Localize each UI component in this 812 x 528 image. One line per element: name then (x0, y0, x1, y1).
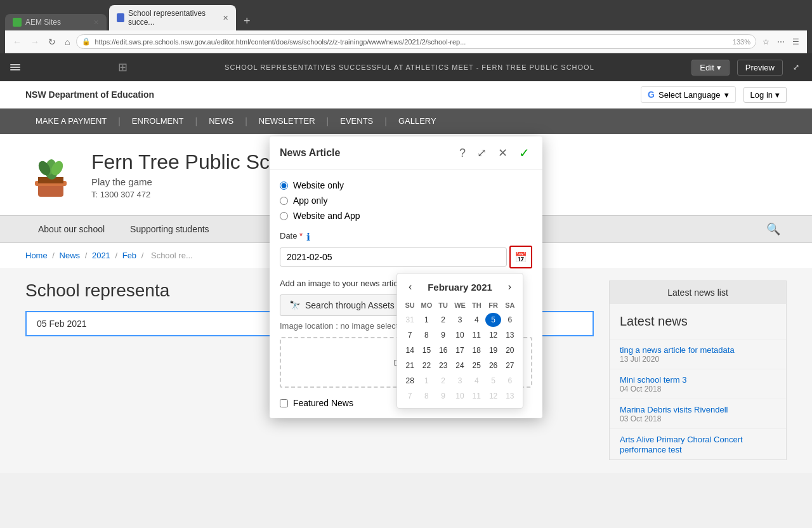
sidebar-toggle[interactable] (10, 62, 20, 72)
cal-day[interactable]: 2 (436, 374, 451, 388)
extensions-button[interactable]: ⋯ (775, 36, 787, 48)
cal-day[interactable]: 11 (469, 389, 484, 403)
cal-day[interactable]: 24 (452, 359, 468, 373)
cal-day-selected[interactable]: 5 (485, 313, 501, 327)
radio-website-only[interactable]: Website only (280, 180, 532, 190)
cal-day[interactable]: 23 (436, 359, 451, 373)
modal-header: News Article ? ⤢ ✕ ✓ (270, 136, 542, 170)
calendar-prev-button[interactable]: ‹ (405, 280, 416, 294)
cal-day[interactable]: 9 (436, 328, 451, 342)
cal-day[interactable]: 3 (452, 313, 468, 327)
breadcrumb-feb[interactable]: Feb (122, 251, 136, 260)
browser-tab-school[interactable]: School representatives succe... ✕ (109, 5, 236, 30)
search-button[interactable]: 🔍 (760, 216, 787, 242)
cal-day[interactable]: 1 (419, 313, 434, 327)
cal-day[interactable]: 20 (502, 343, 518, 357)
cal-day[interactable]: 8 (419, 389, 434, 403)
home-button[interactable]: ⌂ (62, 36, 72, 48)
modal-help-button[interactable]: ? (457, 145, 468, 161)
cms-fullscreen-icon[interactable]: ⤢ (790, 62, 802, 73)
nav-sep-5: | (383, 109, 388, 134)
nav-payment[interactable]: MAKE A PAYMENT (25, 109, 117, 134)
back-button[interactable]: ← (10, 36, 24, 48)
tab-close-school[interactable]: ✕ (223, 14, 228, 22)
breadcrumb-home[interactable]: Home (25, 251, 48, 260)
calendar-picker-button[interactable]: 📅 (509, 246, 532, 268)
cal-day[interactable]: 13 (502, 389, 518, 403)
breadcrumb-news[interactable]: News (60, 251, 81, 260)
browser-tab-aem[interactable]: AEM Sites ✕ (5, 14, 107, 30)
cal-day[interactable]: 13 (502, 328, 518, 342)
cal-day[interactable]: 31 (402, 313, 417, 327)
cal-day[interactable]: 6 (502, 374, 518, 388)
breadcrumb-2021[interactable]: 2021 (92, 251, 110, 260)
cal-day[interactable]: 21 (402, 359, 417, 373)
sub-nav-about[interactable]: About our school (25, 218, 117, 241)
radio-input-website-only[interactable] (280, 182, 288, 190)
cal-day[interactable]: 22 (419, 359, 434, 373)
modal-close-button[interactable]: ✕ (495, 145, 510, 161)
cal-day[interactable]: 16 (436, 343, 451, 357)
cal-day[interactable]: 4 (469, 374, 484, 388)
cal-day[interactable]: 18 (469, 343, 484, 357)
cal-day[interactable]: 1 (419, 374, 434, 388)
edit-button[interactable]: Edit ▾ (691, 60, 729, 76)
news-date-2: 04 Oct 2018 (620, 385, 776, 393)
featured-news-checkbox[interactable] (280, 399, 288, 407)
cal-day[interactable]: 3 (452, 374, 468, 388)
cal-day[interactable]: 14 (402, 343, 417, 357)
cal-day[interactable]: 8 (419, 328, 434, 342)
cms-icon-grid[interactable]: ⊞ (118, 60, 128, 74)
calendar-next-button[interactable]: › (504, 280, 515, 294)
nav-enrolment[interactable]: ENROLMENT (122, 109, 194, 134)
cal-day[interactable]: 4 (469, 313, 484, 327)
nav-news[interactable]: NEWS (199, 109, 244, 134)
preview-button[interactable]: Preview (737, 60, 783, 76)
radio-app-only[interactable]: App only (280, 195, 532, 206)
news-link-2[interactable]: Mini school term 3 (620, 375, 686, 385)
forward-button[interactable]: → (28, 36, 42, 48)
cal-day[interactable]: 7 (402, 328, 417, 342)
cal-day[interactable]: 26 (485, 359, 501, 373)
cal-day[interactable]: 6 (502, 313, 518, 327)
nav-newsletter[interactable]: NEWSLETTER (249, 109, 325, 134)
cal-day[interactable]: 27 (502, 359, 518, 373)
featured-news-label[interactable]: Featured News (293, 398, 353, 408)
site-top-right: G Select Language ▾ Log in ▾ (641, 86, 787, 103)
cal-day[interactable]: 5 (485, 374, 501, 388)
nav-gallery[interactable]: GALLERY (388, 109, 447, 134)
menu-button[interactable]: ☰ (790, 36, 802, 48)
cal-day[interactable]: 2 (436, 313, 451, 327)
cal-day[interactable]: 12 (485, 389, 501, 403)
modal-confirm-button[interactable]: ✓ (516, 144, 532, 162)
bookmark-button[interactable]: ☆ (760, 36, 772, 48)
news-link-1[interactable]: ting a news article for metadata (620, 345, 735, 355)
radio-website-app[interactable]: Website and App (280, 211, 532, 221)
new-tab-button[interactable]: + (239, 12, 256, 30)
cal-day[interactable]: 17 (452, 343, 468, 357)
date-text-input[interactable] (280, 248, 507, 267)
cal-day[interactable]: 15 (419, 343, 434, 357)
cal-day[interactable]: 12 (485, 328, 501, 342)
cal-day[interactable]: 11 (469, 328, 484, 342)
cal-day[interactable]: 10 (452, 389, 468, 403)
cal-day[interactable]: 28 (402, 374, 417, 388)
reload-button[interactable]: ↻ (46, 36, 58, 48)
sub-nav-supporting[interactable]: Supporting students (117, 218, 222, 241)
news-link-4[interactable]: Arts Alive Primary Choral Concert perfor… (620, 435, 743, 454)
tab-close-aem[interactable]: ✕ (93, 18, 99, 27)
radio-input-app-only[interactable] (280, 197, 288, 205)
cal-day[interactable]: 10 (452, 328, 468, 342)
cal-day[interactable]: 25 (469, 359, 484, 373)
address-bar[interactable]: 🔒 https://edit.sws.pre.schools.nsw.gov.a… (76, 34, 756, 49)
modal-fullscreen-button[interactable]: ⤢ (475, 145, 489, 161)
login-button[interactable]: Log in ▾ (743, 87, 787, 103)
cal-day[interactable]: 7 (402, 389, 417, 403)
search-assets-button[interactable]: 🔭 Search through Assets (280, 294, 404, 316)
google-translate-widget[interactable]: G Select Language ▾ (641, 86, 735, 103)
news-link-3[interactable]: Marina Debris visits Rivendell (620, 405, 728, 414)
radio-input-website-app[interactable] (280, 212, 288, 220)
nav-events[interactable]: EVENTS (330, 109, 383, 134)
cal-day[interactable]: 9 (436, 389, 451, 403)
cal-day[interactable]: 19 (485, 343, 501, 357)
